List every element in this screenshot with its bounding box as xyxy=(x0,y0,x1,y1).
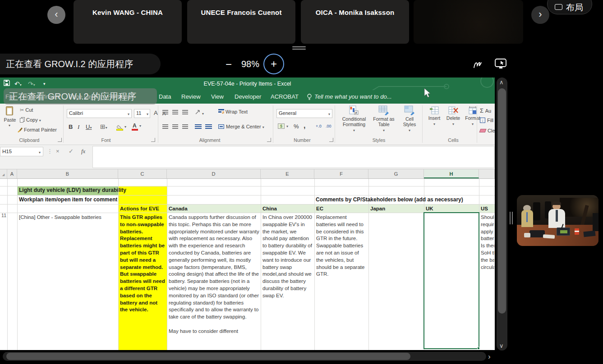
column-header-f[interactable]: F xyxy=(314,169,368,178)
percent-style-button[interactable]: % xyxy=(294,123,299,130)
scroll-up-icon[interactable]: ∧ xyxy=(499,79,504,86)
scroll-right-icon[interactable]: › xyxy=(488,352,491,361)
row-header-11[interactable]: 11 xyxy=(0,213,7,218)
font-dialog-launcher[interactable] xyxy=(151,138,155,142)
align-bottom-icon[interactable] xyxy=(182,110,188,114)
participant-tile[interactable]: OICA - Monika Isaksson xyxy=(301,0,409,44)
grow-font-button[interactable]: A xyxy=(154,109,158,116)
column-header-b[interactable]: B xyxy=(17,169,118,178)
cancel-entry-button[interactable]: × xyxy=(56,148,60,155)
zoom-out-button[interactable]: − xyxy=(226,58,232,71)
meeting-video-thumbnail[interactable] xyxy=(517,195,598,246)
column-header-a[interactable]: A xyxy=(7,169,17,178)
clear-button[interactable]: Cle xyxy=(480,128,495,133)
name-box[interactable]: H15▾ xyxy=(0,147,43,156)
number-format-combo[interactable]: General▾ xyxy=(276,109,332,118)
tell-me-box[interactable]: Tell me what you want to do... xyxy=(314,93,392,100)
merge-center-button[interactable]: Merge & Center ▾ xyxy=(218,124,264,129)
screen-control-icon[interactable] xyxy=(494,58,508,72)
column-header-h[interactable]: H xyxy=(424,169,479,178)
decrease-decimal-button[interactable]: .00 xyxy=(326,124,331,128)
underline-button[interactable]: U▾ xyxy=(86,123,92,130)
fill-button[interactable]: ↓Fill xyxy=(480,118,493,123)
clipboard-dialog-launcher[interactable] xyxy=(58,138,62,142)
desk-papers xyxy=(543,234,555,239)
participant-tile[interactable]: UNECE Francois Cuenot xyxy=(187,0,295,44)
col-label-actions: Actions for EVE xyxy=(120,205,159,213)
paste-label: Paste xyxy=(1,117,19,123)
align-left-icon[interactable] xyxy=(162,124,168,129)
alignment-group-label: Alignment xyxy=(194,137,226,143)
select-all-corner[interactable]: ◢ xyxy=(0,169,7,178)
shared-screen-horizontal-scrollbar[interactable] xyxy=(3,352,486,361)
increase-decimal-button[interactable]: +.0 xyxy=(316,124,322,128)
wrap-text-button[interactable]: Wrap Text xyxy=(218,109,248,114)
tab-developer[interactable]: Developer xyxy=(235,93,261,100)
caret-down-icon: ▾ xyxy=(90,126,92,130)
tab-review[interactable]: Review xyxy=(181,93,201,100)
fill-handle[interactable] xyxy=(477,347,480,350)
column-header-g[interactable]: G xyxy=(368,169,424,178)
align-center-icon[interactable] xyxy=(172,124,178,129)
column-header-d[interactable]: D xyxy=(167,169,261,178)
conditional-formatting-button[interactable]: ≠ Conditional Formatting ▾ xyxy=(339,105,369,132)
cut-button[interactable]: ✂ Cut xyxy=(20,107,33,113)
format-painter-button[interactable]: Format Painter xyxy=(17,127,57,132)
align-middle-icon[interactable] xyxy=(172,110,178,114)
delete-cells-button[interactable]: Delete ▾ xyxy=(444,106,462,126)
mouse-cursor xyxy=(424,88,432,99)
align-right-icon[interactable] xyxy=(182,124,188,129)
column-header-i[interactable] xyxy=(479,169,495,178)
alignment-dialog-launcher[interactable] xyxy=(267,138,271,142)
number-dialog-launcher[interactable] xyxy=(329,138,333,142)
format-as-table-button[interactable]: Format as Table ▾ xyxy=(370,105,398,132)
formula-input[interactable] xyxy=(92,146,494,168)
insert-cells-button[interactable]: Insert ▾ xyxy=(426,106,443,126)
strip-resize-handle[interactable] xyxy=(292,46,306,47)
person-center-hair xyxy=(552,201,561,205)
font-size-combo[interactable]: 11▾ xyxy=(134,109,150,118)
insert-function-button[interactable]: fx xyxy=(81,148,85,155)
align-top-icon[interactable] xyxy=(162,110,168,114)
comma-style-button[interactable]: , xyxy=(304,122,305,130)
tab-view[interactable]: View xyxy=(211,93,224,100)
participants-next-button[interactable]: › xyxy=(531,6,549,24)
caret-down-icon: ▾ xyxy=(383,128,385,132)
italic-button[interactable]: I xyxy=(78,123,79,131)
cell-styles-button[interactable]: Cell Styles ▾ xyxy=(399,105,420,132)
autosum-button[interactable]: Σ Au xyxy=(480,107,491,114)
format-cells-button[interactable]: Format ▾ xyxy=(463,106,482,126)
font-family-combo[interactable]: Calibri▾ xyxy=(67,109,132,118)
participants-prev-button[interactable]: ‹ xyxy=(47,6,65,24)
column-header-e[interactable]: E xyxy=(261,169,314,178)
confirm-entry-button[interactable]: ✓ xyxy=(69,148,74,155)
copy-button[interactable]: Copy ▾ xyxy=(20,117,41,123)
horizontal-scrollbar-thumb[interactable] xyxy=(6,353,410,360)
tab-acrobat[interactable]: ACROBAT xyxy=(271,93,299,100)
sheet-grid[interactable]: 11 Light duty vehicle (LDV) battery dura… xyxy=(0,179,495,350)
active-cell-selection[interactable] xyxy=(423,212,479,349)
vertical-scrollbar-thumb[interactable] xyxy=(498,88,506,314)
participant-tile-video[interactable] xyxy=(414,0,523,44)
minus-icon: − xyxy=(226,58,232,70)
close-icon: × xyxy=(56,148,60,155)
delete-cells-icon xyxy=(448,106,458,114)
scroll-down-icon[interactable]: ∨ xyxy=(499,342,504,349)
borders-button[interactable]: ⊞▾ xyxy=(100,123,107,130)
strip-resize-handle[interactable] xyxy=(292,49,306,50)
thumbnail-drag-handle[interactable] xyxy=(510,212,511,224)
column-header-c[interactable]: C xyxy=(118,169,167,178)
decrease-indent-icon[interactable] xyxy=(195,124,202,129)
thumbnail-drag-handle[interactable] xyxy=(512,212,513,224)
increase-indent-icon[interactable] xyxy=(205,124,212,129)
zoom-in-button[interactable]: + xyxy=(263,54,284,74)
layout-button[interactable]: 布局 xyxy=(547,0,592,14)
fill-color-button[interactable]: ▾ xyxy=(116,123,123,132)
annotate-pen-icon[interactable] xyxy=(473,59,484,71)
tab-data[interactable]: Data xyxy=(159,93,171,100)
shared-screen-vertical-scrollbar[interactable]: ∧ ∨ xyxy=(497,77,507,350)
bold-button[interactable]: B xyxy=(69,123,73,130)
orientation-button[interactable]: ▾ xyxy=(195,109,204,116)
copy-icon xyxy=(20,118,23,123)
participant-tile[interactable]: Kevin WANG - CHINA xyxy=(74,0,182,44)
